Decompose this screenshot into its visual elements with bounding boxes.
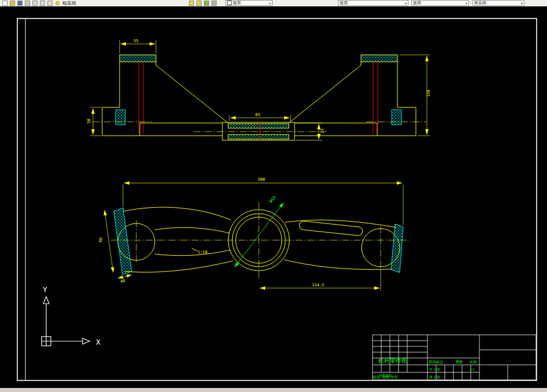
linetype-combo-value: 随层 (340, 0, 348, 6)
titleblock-count-label: 处数 (382, 375, 389, 379)
ortho-icon[interactable] (211, 1, 217, 6)
zoom-window-icon[interactable] (189, 1, 194, 6)
drawing-canvas[interactable]: 55 65 150 50 25 (0, 6, 547, 388)
dropdown-caret-icon: ▾ (405, 1, 407, 5)
copy-icon[interactable] (40, 1, 45, 6)
dim-taper: 1:10 (198, 250, 207, 255)
open-file-icon[interactable] (10, 1, 15, 6)
layer-bulb-icon[interactable] (55, 1, 59, 5)
front-view (102, 55, 416, 140)
current-layer-label: 粗实线 (62, 0, 76, 6)
titleblock-weight-label: 重量 (455, 360, 463, 364)
dropdown-caret-icon: ▾ (521, 1, 523, 5)
dim-overall-length: 300 (258, 177, 265, 182)
titleblock-zone-label: 分区 (391, 375, 398, 379)
plan-view (114, 207, 403, 275)
drawing-frame (17, 18, 537, 380)
dim-cap-width: 40 (120, 278, 126, 284)
titleblock-stage-label: 阶段标记 (429, 360, 443, 364)
plan-view-dim-text: 300 154.5 66 40 1:10 (98, 177, 324, 288)
zoom-pan-icon[interactable] (196, 1, 202, 6)
dim-bore: Φ50 (269, 195, 277, 204)
titleblock-mark-label: 标记 (373, 375, 380, 379)
dim-flange-height: 50 (87, 119, 91, 124)
style-combo[interactable]: 粗实线 ▾ (472, 0, 524, 6)
cad-app: 粗实线 随层 ▾ 随层 ▾ 随层 ▾ 粗实线 ▾ (0, 0, 547, 392)
titleblock-sheet-no: 第 1 张 (429, 375, 440, 379)
osnap-icon[interactable] (204, 1, 209, 6)
titleblock-sheet-total: 共 1 张 (429, 368, 440, 372)
dim-overall-height: 150 (426, 89, 431, 97)
save-icon[interactable] (17, 1, 23, 6)
plan-view-bore-dimension: Φ50 (235, 195, 284, 267)
cut-icon[interactable] (32, 1, 38, 6)
color-combo[interactable]: 随层 ▾ (225, 0, 273, 6)
color-combo-value: 随层 (233, 0, 241, 6)
style-combo-value: 粗实线 (474, 0, 486, 6)
plan-view-dimensions (105, 183, 403, 290)
title-block-text: 杠杆零件图 HT200 阶段标记 重量 比例 1:1 共 1 张 第 1 张 标… (373, 357, 477, 379)
ucs-x-label: X (96, 338, 101, 346)
linetype-combo[interactable]: 随层 ▾ (338, 0, 408, 6)
lineweight-combo-value: 随层 (413, 0, 421, 6)
front-view-section-lines (139, 62, 378, 140)
dropdown-caret-icon: ▾ (269, 1, 271, 5)
titleblock-title: 杠杆零件图 (378, 357, 407, 364)
front-view-dim-text: 55 65 150 50 25 (87, 39, 431, 133)
titleblock-scale-value: 1:1 (470, 368, 475, 371)
titleblock-scale-label: 比例 (470, 360, 477, 364)
print-icon[interactable] (25, 1, 30, 6)
dim-cap-width: 55 (133, 39, 138, 43)
paste-icon[interactable] (47, 1, 53, 6)
dim-center-to-end: 154.5 (312, 283, 324, 288)
ucs-icon: Y X (42, 285, 101, 346)
window-bottom-edge (0, 388, 547, 392)
ucs-y-label: Y (43, 285, 47, 294)
dim-boss-height: 25 (320, 129, 325, 133)
dim-boss-width: 65 (255, 113, 260, 117)
dim-end-width: 66 (98, 237, 103, 242)
dropdown-caret-icon: ▾ (466, 1, 467, 5)
lineweight-combo[interactable]: 随层 ▾ (411, 0, 469, 6)
new-file-icon[interactable] (2, 1, 8, 6)
color-swatch-icon (227, 1, 232, 5)
